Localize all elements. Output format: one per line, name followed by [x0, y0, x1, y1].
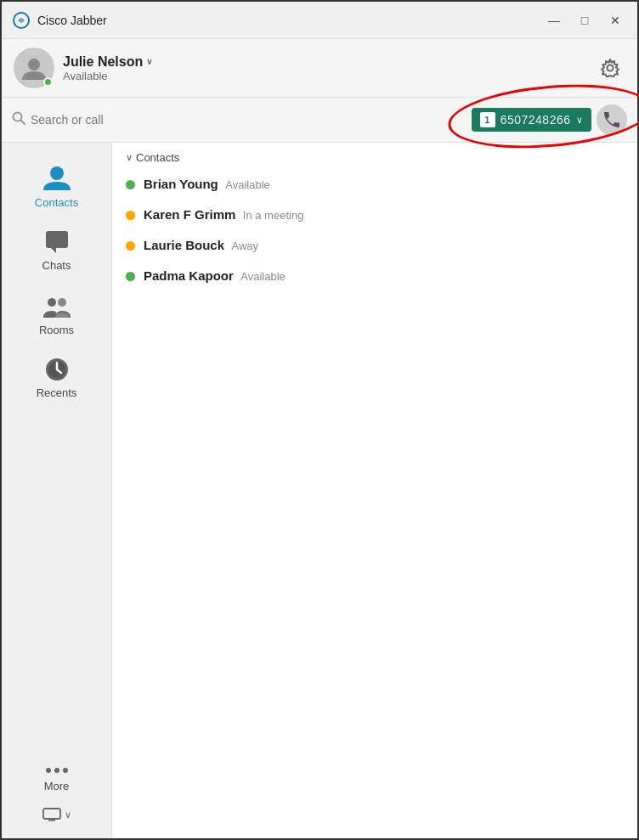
phone-number-text: 6507248266	[500, 113, 571, 127]
name-chevron-icon[interactable]: ∨	[146, 57, 152, 66]
app-icon	[12, 11, 31, 30]
sidebar-item-rooms[interactable]: Rooms	[2, 280, 111, 345]
contact-status-text: In a meeting	[243, 209, 304, 222]
app-window: Cisco Jabber — □ ✕ Julie Nelson ∨ Availa…	[0, 0, 639, 840]
svg-line-4	[21, 121, 25, 125]
contact-name: Brian Young	[144, 177, 218, 191]
call-button[interactable]	[597, 104, 627, 135]
contacts-icon	[42, 161, 72, 192]
window-controls: — □ ✕	[542, 8, 627, 32]
user-display-name: Julie Nelson	[63, 54, 143, 70]
contacts-group-label: Contacts	[136, 151, 179, 164]
minimize-button[interactable]: —	[542, 8, 566, 32]
sidebar-label-recents: Recents	[37, 386, 77, 399]
svg-point-5	[50, 166, 64, 180]
title-bar: Cisco Jabber — □ ✕	[2, 2, 637, 39]
group-chevron-icon: ∨	[126, 152, 133, 163]
sidebar: Contacts Chats	[2, 143, 112, 838]
line-number-badge: 1	[480, 112, 495, 127]
presence-dot	[43, 77, 53, 87]
svg-point-14	[46, 768, 51, 773]
user-info: Julie Nelson ∨ Available	[63, 54, 586, 82]
svg-rect-17	[43, 809, 60, 819]
contact-item[interactable]: Brian Young Available	[112, 169, 637, 200]
svg-point-9	[58, 298, 66, 307]
recents-icon	[44, 357, 70, 382]
sidebar-label-chats: Chats	[42, 259, 71, 272]
contact-status-dot	[126, 180, 135, 189]
maximize-button[interactable]: □	[573, 8, 597, 32]
phone-chevron-icon: ∨	[576, 115, 584, 126]
contacts-group-header: ∨ Contacts	[112, 143, 637, 169]
phone-selector-wrap: 1 6507248266 ∨	[472, 104, 627, 135]
contact-item[interactable]: Padma Kapoor Available	[112, 261, 637, 291]
search-icon	[12, 111, 25, 128]
contact-status-dot	[126, 272, 135, 281]
avatar	[14, 48, 54, 88]
sidebar-item-more[interactable]: More	[2, 753, 111, 801]
close-button[interactable]: ✕	[603, 8, 627, 32]
contact-status-dot	[126, 211, 135, 220]
sidebar-label-rooms: Rooms	[39, 324, 74, 336]
search-input[interactable]	[31, 113, 463, 127]
phone-line-selector[interactable]: 1 6507248266 ∨	[472, 108, 591, 132]
contact-status-text: Available	[225, 178, 270, 191]
window-title: Cisco Jabber	[37, 14, 542, 27]
user-header: Julie Nelson ∨ Available	[2, 39, 637, 98]
chats-icon	[44, 229, 70, 255]
phone-number-display: 1 6507248266 ∨	[480, 112, 583, 127]
contact-status-dot	[126, 241, 135, 251]
rooms-icon	[43, 292, 71, 319]
search-phone-bar: 1 6507248266 ∨	[2, 98, 637, 143]
contact-name: Laurie Bouck	[144, 238, 224, 252]
more-icon	[45, 765, 69, 775]
contacts-content: ∨ Contacts Brian Young Available Karen F…	[112, 143, 637, 838]
sidebar-item-recents[interactable]: Recents	[2, 345, 111, 408]
monitor-button[interactable]: ∨	[36, 801, 78, 828]
contact-name: Karen F Grimm	[144, 207, 235, 222]
sidebar-label-contacts: Contacts	[35, 196, 78, 209]
user-name-row: Julie Nelson ∨	[63, 54, 586, 70]
contact-status-text: Available	[240, 270, 286, 283]
svg-point-8	[48, 298, 56, 307]
settings-button[interactable]	[595, 53, 625, 83]
sidebar-item-chats[interactable]: Chats	[2, 217, 111, 280]
svg-point-2	[608, 65, 614, 71]
monitor-chevron-icon: ∨	[65, 809, 71, 820]
contact-item[interactable]: Laurie Bouck Away	[112, 230, 637, 261]
sidebar-label-more: More	[44, 780, 70, 792]
sidebar-bottom: ∨	[2, 801, 111, 838]
svg-marker-7	[51, 248, 56, 253]
user-status-text: Available	[63, 70, 586, 82]
sidebar-item-contacts[interactable]: Contacts	[2, 149, 111, 217]
contact-name: Padma Kapoor	[144, 268, 234, 283]
svg-point-16	[63, 768, 68, 773]
contact-item[interactable]: Karen F Grimm In a meeting	[112, 200, 637, 230]
svg-point-1	[28, 59, 40, 70]
main-content: Contacts Chats	[2, 143, 637, 838]
svg-rect-6	[46, 231, 68, 248]
contact-status-text: Away	[231, 240, 258, 252]
svg-point-15	[54, 768, 59, 773]
search-wrap	[12, 111, 463, 128]
